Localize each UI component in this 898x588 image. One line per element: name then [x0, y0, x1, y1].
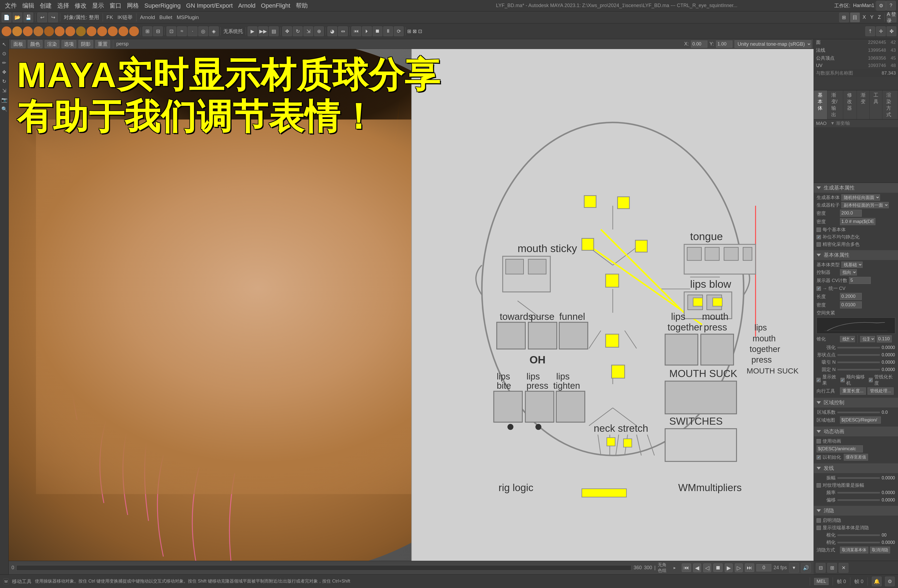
outliner-row-normal[interactable]: 法线 1399548 43: [814, 46, 898, 54]
icon-select4[interactable]: [34, 26, 43, 36]
attraction-slider[interactable]: [837, 361, 880, 363]
snap-curve-icon[interactable]: ≈: [177, 26, 187, 36]
open-file-btn[interactable]: 📂: [12, 12, 22, 22]
falloff-cancel-btn[interactable]: 取消某基本体: [840, 547, 868, 553]
lasso-icon[interactable]: ⊙: [1, 50, 8, 57]
snap-surface-icon[interactable]: ◈: [209, 26, 219, 36]
guide-curve-box[interactable]: [841, 378, 845, 382]
tube-box[interactable]: [869, 378, 873, 382]
tl-play-back-btn[interactable]: ◁: [703, 563, 711, 572]
notification-icon[interactable]: 🔔: [872, 577, 882, 586]
y-input[interactable]: [716, 41, 732, 48]
tl-sound-icon[interactable]: 🔊: [801, 563, 811, 573]
stop-icon[interactable]: ⏹: [373, 26, 383, 36]
tl-play-fwd-btn[interactable]: ▶: [725, 563, 733, 572]
section-dynamic-header[interactable]: 动态动画: [814, 427, 898, 436]
save-btn[interactable]: 💾: [23, 12, 33, 22]
root-slider[interactable]: [837, 534, 880, 536]
section-basic-prim-header[interactable]: 基本体属性: [814, 250, 898, 260]
section-generation-header[interactable]: 生成基本属性: [814, 183, 898, 193]
frequency-slider[interactable]: [837, 492, 880, 494]
region-factor-slider[interactable]: [837, 411, 880, 413]
cache-btn[interactable]: 缓存至差值: [844, 454, 868, 461]
cache-check-box[interactable]: [817, 455, 821, 459]
soft-select-icon[interactable]: ◕: [328, 26, 337, 36]
display-cv-input[interactable]: [849, 277, 871, 284]
taper-type-select[interactable]: 线性: [840, 336, 855, 342]
gen-particle-select[interactable]: 副本特征面的另一面: [841, 202, 889, 208]
close-icon[interactable]: ✕: [839, 563, 849, 573]
universal-manip-icon[interactable]: ⊕: [314, 26, 324, 36]
tip-slider[interactable]: [837, 542, 880, 543]
reset-length-btn[interactable]: 重置长度...: [840, 387, 866, 395]
menu-gn-import-export[interactable]: GN Import/Export: [183, 2, 235, 9]
tl-prev-frame-btn[interactable]: ◀: [693, 563, 701, 572]
amplitude-map-box[interactable]: [817, 483, 821, 488]
snap-view-icon[interactable]: ◎: [198, 26, 208, 36]
ae-tab-gradient2[interactable]: 渐变: [857, 91, 870, 119]
opacity-box[interactable]: [817, 518, 821, 523]
icon-grid2[interactable]: ⊟: [153, 26, 163, 36]
strength-slider[interactable]: [837, 347, 880, 349]
shadow-btn[interactable]: 阴影: [78, 40, 93, 48]
icon-select8[interactable]: [76, 26, 86, 36]
options-btn[interactable]: 选项: [62, 40, 76, 48]
x-input[interactable]: [691, 41, 707, 48]
ae-tab-basic[interactable]: 基本体: [814, 91, 827, 119]
login-btn[interactable]: A 登录: [887, 12, 896, 22]
snap-point-icon[interactable]: ·: [188, 26, 197, 36]
color-btn[interactable]: 颜色: [28, 40, 43, 48]
reset-btn[interactable]: 重置: [95, 40, 110, 48]
render-icon[interactable]: ▶: [248, 26, 257, 36]
tube-process-btn[interactable]: 管线处理...: [867, 387, 893, 395]
uniq-cv-box[interactable]: [817, 286, 821, 291]
control-cv-select[interactable]: 指向: [840, 269, 857, 275]
shape-pts-slider[interactable]: [837, 354, 880, 356]
mel-btn[interactable]: MEL: [814, 578, 829, 585]
icon-select5[interactable]: [44, 26, 54, 36]
minimize-icon[interactable]: ⊟: [816, 563, 826, 573]
ae-tab-render[interactable]: 渲染方式: [883, 91, 898, 119]
density-map-input[interactable]: [840, 218, 875, 225]
paint-icon[interactable]: ✏: [1, 59, 8, 66]
anim-map-input[interactable]: [817, 445, 863, 453]
icon-grid1[interactable]: ⊞: [143, 26, 152, 36]
tl-fps-select[interactable]: ▼: [789, 563, 799, 573]
ae-tab-tools[interactable]: 工具: [870, 91, 883, 119]
menu-create[interactable]: 创建: [37, 2, 54, 10]
attr-editor-scroll[interactable]: 生成基本属性 生成基本体 随机特征向面圆 生成器粒子 副本特征面的另一面 密度 …: [813, 183, 898, 561]
menu-modify[interactable]: 修改: [72, 2, 89, 10]
tonemap-select[interactable]: Unity neutral tone-map (sRGB): [735, 40, 811, 48]
section-strand-header[interactable]: 发线: [814, 463, 898, 473]
play-fwd-icon[interactable]: ⏵: [362, 26, 372, 36]
taper-ease-select[interactable]: 位置: [860, 336, 875, 342]
tl-stop-btn[interactable]: ⏹: [713, 563, 723, 572]
offset-slider[interactable]: [837, 499, 880, 501]
render-btn[interactable]: 渲染: [45, 40, 59, 48]
tip-opacity-box[interactable]: [817, 526, 821, 530]
tl-current-frame[interactable]: [757, 564, 771, 571]
pause-icon[interactable]: ⏸: [383, 26, 393, 36]
settings-btn[interactable]: ⚙: [876, 1, 886, 11]
rotate-icon[interactable]: ↻: [293, 26, 303, 36]
use-anim-box[interactable]: [817, 439, 821, 444]
snap-grid-icon[interactable]: ⊡: [166, 26, 176, 36]
menu-edit[interactable]: 编辑: [20, 2, 37, 10]
timeline-track[interactable]: [16, 565, 631, 571]
menu-display[interactable]: 显示: [89, 2, 107, 10]
display-guide-box[interactable]: [817, 378, 821, 382]
icon-select6[interactable]: [55, 26, 65, 36]
length-input[interactable]: [840, 293, 862, 300]
basic-type-select[interactable]: 线基础: [841, 262, 863, 268]
constraint-btn[interactable]: 目: [850, 12, 860, 22]
move-icon[interactable]: ✥: [282, 26, 292, 36]
gear-small-icon[interactable]: ⚙: [885, 577, 895, 586]
menu-file[interactable]: 文件: [2, 2, 20, 10]
repulsion-slider[interactable]: [837, 369, 880, 370]
menu-help[interactable]: 帮助: [293, 2, 311, 10]
menu-super-rigging[interactable]: SuperRigging: [141, 2, 183, 9]
panel-btn[interactable]: 面板: [11, 40, 26, 48]
density2-input[interactable]: [840, 301, 862, 309]
render-seq-icon[interactable]: ▶▶: [258, 26, 268, 36]
section-falloff-header[interactable]: 消隐: [814, 506, 898, 516]
